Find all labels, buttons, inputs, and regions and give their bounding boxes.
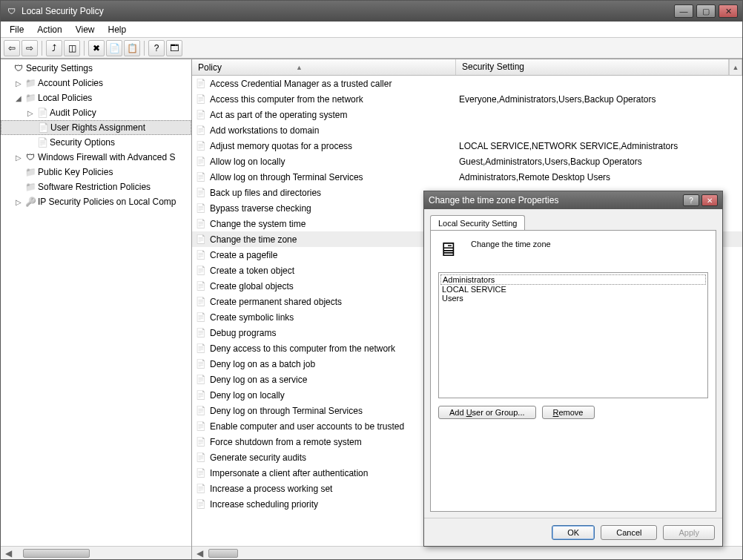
tree-item-label: Software Restriction Policies — [38, 182, 151, 192]
dialog-title-bar[interactable]: Change the time zone Properties ? ✕ — [424, 191, 722, 209]
tree-item-label: Local Policies — [38, 93, 92, 103]
list-row[interactable]: Access this computer from the networkEve… — [192, 91, 742, 107]
expander-icon[interactable]: ▷ — [14, 154, 23, 162]
window-title: Local Security Policy — [22, 6, 104, 16]
policy-name: Increase a process working set — [210, 484, 332, 494]
security-settings-icon — [13, 62, 24, 74]
policy-name: Change the time zone — [210, 234, 297, 245]
policy-name: Deny log on through Terminal Services — [210, 406, 363, 416]
list-row[interactable]: Allow log on through Terminal ServicesAd… — [192, 169, 742, 185]
properties-button[interactable]: 📄 — [106, 40, 122, 56]
policy-row-icon — [195, 93, 207, 105]
col-setting[interactable]: Security Setting — [456, 59, 729, 75]
refresh-button[interactable]: 🗔 — [166, 40, 182, 56]
policy-row-icon — [195, 187, 207, 199]
policy-name: Generate security audits — [210, 452, 306, 463]
members-listbox[interactable]: AdministratorsLOCAL SERVICEUsers — [438, 272, 708, 398]
tab-local-security-setting[interactable]: Local Security Setting — [430, 215, 525, 231]
security-setting-value: LOCAL SERVICE,NETWORK SERVICE,Administra… — [456, 141, 742, 151]
list-row[interactable]: Add workstations to domain — [192, 122, 742, 138]
list-row[interactable]: Access Credential Manager as a trusted c… — [192, 76, 742, 91]
folder-icon — [24, 77, 36, 89]
policy-row-icon — [195, 498, 207, 510]
policy-icon — [36, 107, 48, 119]
policy-name: Enable computer and user accounts to be … — [210, 421, 404, 432]
expander-icon[interactable]: ▷ — [26, 109, 35, 117]
back-button[interactable]: ⇦ — [4, 40, 20, 56]
menu-view[interactable]: View — [70, 23, 101, 36]
policy-name: Add workstations to domain — [210, 125, 319, 136]
member-item[interactable]: Administrators — [440, 274, 706, 285]
policy-name: Impersonate a client after authenticatio… — [210, 468, 368, 478]
tree-item[interactable]: ◢Local Policies — [1, 90, 191, 105]
cancel-button[interactable]: Cancel — [601, 525, 657, 540]
member-item[interactable]: LOCAL SERVICE — [440, 285, 706, 294]
policy-name: Change the system time — [210, 219, 306, 229]
policy-icon: 🖥 — [438, 238, 462, 265]
toolbar: ⇦ ⇨ ⤴ ◫ ✖ 📄 📋 ? 🗔 — [1, 38, 742, 59]
tree-item[interactable]: Security Options — [1, 135, 191, 150]
menu-help[interactable]: Help — [102, 23, 133, 36]
folder-icon — [24, 181, 36, 193]
maximize-button[interactable]: ▢ — [696, 4, 716, 18]
remove-button[interactable]: Remove — [542, 406, 595, 419]
help-button[interactable]: ? — [148, 40, 165, 56]
tree-root[interactable]: Security Settings — [1, 61, 191, 76]
policy-row-icon — [195, 483, 207, 495]
tree-item-label: Account Policies — [38, 78, 103, 88]
policy-row-icon — [195, 234, 207, 246]
add-user-group-button[interactable]: Add User or Group... — [438, 406, 536, 419]
list-hscroll[interactable]: ◀ — [192, 546, 742, 559]
expander-icon[interactable]: ◢ — [14, 94, 23, 102]
policy-row-icon — [195, 312, 207, 323]
title-bar[interactable]: 🛡 Local Security Policy — ▢ ✕ — [1, 1, 742, 22]
policy-name: Allow log on through Terminal Services — [210, 172, 363, 182]
tree-item[interactable]: ▷Account Policies — [1, 76, 191, 90]
policy-row-icon — [195, 467, 207, 479]
list-row[interactable]: Adjust memory quotas for a processLOCAL … — [192, 138, 742, 154]
apply-button[interactable]: Apply — [663, 525, 715, 540]
tree-item[interactable]: Public Key Policies — [1, 165, 191, 179]
tree-item[interactable]: ▷IP Security Policies on Local Comp — [1, 194, 191, 209]
forward-button[interactable]: ⇨ — [22, 40, 38, 56]
up-button[interactable]: ⤴ — [46, 40, 62, 56]
scroll-up-button[interactable]: ▲ — [729, 59, 742, 75]
policy-name: Bypass traverse checking — [210, 203, 311, 214]
list-row[interactable]: Act as part of the operating system — [192, 107, 742, 122]
policy-row-icon — [195, 327, 207, 339]
col-policy[interactable]: Policy — [198, 62, 222, 73]
tree-item[interactable]: ▷Windows Firewall with Advanced S — [1, 150, 191, 165]
member-item[interactable]: Users — [440, 294, 706, 303]
sort-indicator-icon: ▲ — [296, 64, 303, 71]
policy-row-icon — [195, 452, 207, 464]
folder-icon — [24, 92, 36, 104]
dialog-help-button[interactable]: ? — [683, 194, 699, 206]
show-hide-tree-button[interactable]: ◫ — [64, 40, 80, 56]
dialog-title: Change the time zone Properties — [429, 195, 558, 205]
tree-item[interactable]: Software Restriction Policies — [1, 179, 191, 194]
policy-row-icon — [195, 374, 207, 386]
dialog-close-button[interactable]: ✕ — [701, 194, 718, 206]
tree-item[interactable]: User Rights Assignment — [1, 120, 191, 135]
tree-item-label: Security Options — [50, 137, 115, 148]
policy-name: Adjust memory quotas for a process — [210, 141, 352, 151]
expander-icon[interactable]: ▷ — [14, 198, 23, 206]
close-button[interactable]: ✕ — [719, 4, 738, 18]
expander-icon[interactable]: ▷ — [14, 79, 23, 88]
menu-file[interactable]: File — [4, 23, 30, 36]
delete-button[interactable]: ✖ — [88, 40, 105, 56]
policy-row-icon — [195, 249, 207, 261]
security-setting-value: Guest,Administrators,Users,Backup Operat… — [456, 157, 742, 167]
policy-name: Deny log on as a service — [210, 375, 307, 385]
list-row[interactable]: Allow log on locallyGuest,Administrators… — [192, 154, 742, 169]
policy-name: Act as part of the operating system — [210, 110, 347, 120]
menu-action[interactable]: Action — [31, 23, 67, 36]
export-button[interactable]: 📋 — [124, 40, 140, 56]
policy-icon — [37, 122, 49, 134]
policy-name: Create permanent shared objects — [210, 297, 342, 307]
ok-button[interactable]: OK — [552, 525, 595, 540]
list-header[interactable]: Policy▲ Security Setting ▲ — [192, 59, 742, 76]
tree-hscroll[interactable]: ◀ — [1, 546, 191, 559]
minimize-button[interactable]: — — [674, 4, 693, 18]
tree-item[interactable]: ▷Audit Policy — [1, 105, 191, 120]
